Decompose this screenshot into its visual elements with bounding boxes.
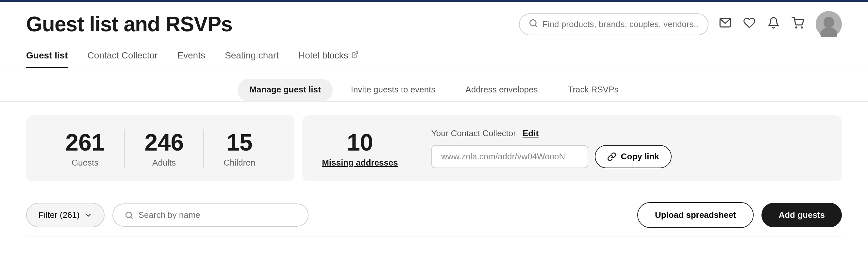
- contact-collector-card: 10 Missing addresses Your Contact Collec…: [302, 115, 842, 181]
- nav-tab-guest-list[interactable]: Guest list: [26, 44, 68, 68]
- heart-icon[interactable]: [743, 17, 755, 32]
- header-right: [519, 11, 842, 37]
- nav-tab-seating-chart[interactable]: Seating chart: [225, 44, 279, 68]
- upload-spreadsheet-button[interactable]: Upload spreadsheet: [637, 202, 754, 228]
- stat-children: 15 Children: [203, 129, 275, 168]
- bell-icon[interactable]: [767, 17, 780, 32]
- search-name-bar[interactable]: [113, 203, 309, 227]
- guest-stats-card: 261 Guests 246 Adults 15 Children: [26, 115, 294, 181]
- search-name-icon: [125, 211, 133, 220]
- global-search-bar[interactable]: [519, 13, 709, 35]
- contact-collector-header: Your Contact Collector Edit: [431, 128, 822, 138]
- bottom-divider: [26, 236, 842, 236]
- header-icons: [719, 11, 842, 37]
- svg-point-4: [801, 27, 802, 28]
- svg-line-10: [131, 217, 132, 218]
- cart-icon[interactable]: [792, 17, 804, 32]
- page-title: Guest list and RSVPs: [26, 12, 232, 36]
- filter-button[interactable]: Filter (261): [26, 203, 104, 227]
- contact-collector-block: Your Contact Collector Edit Copy link: [431, 128, 822, 168]
- svg-point-3: [796, 27, 797, 28]
- contact-collector-url-row: Copy link: [431, 145, 822, 168]
- svg-line-1: [535, 25, 537, 27]
- svg-point-6: [824, 17, 834, 28]
- sub-tab-invite-guests[interactable]: Invite guests to events: [339, 79, 447, 102]
- sub-tabs: Manage guest list Invite guests to event…: [0, 68, 868, 102]
- contact-collector-url-input[interactable]: [431, 145, 588, 168]
- nav-tab-contact-collector[interactable]: Contact Collector: [88, 44, 158, 68]
- stats-section: 261 Guests 246 Adults 15 Children 10 Mis…: [0, 102, 868, 194]
- sub-tab-manage-guest-list[interactable]: Manage guest list: [238, 79, 332, 102]
- sub-tab-track-rsvps[interactable]: Track RSVPs: [556, 79, 630, 102]
- nav-tab-hotel-blocks[interactable]: Hotel blocks: [299, 44, 359, 68]
- action-bar-left: Filter (261): [26, 203, 309, 227]
- chevron-down-icon: [84, 211, 92, 219]
- sub-tab-address-envelopes[interactable]: Address envelopes: [454, 79, 549, 102]
- stat-guests: 261 Guests: [46, 129, 124, 168]
- global-search-input[interactable]: [542, 19, 699, 29]
- action-bar-right: Upload spreadsheet Add guests: [637, 202, 842, 228]
- avatar[interactable]: [816, 11, 842, 37]
- mail-icon[interactable]: [719, 17, 732, 32]
- missing-addresses-block: 10 Missing addresses: [322, 129, 418, 168]
- search-name-input[interactable]: [138, 210, 296, 220]
- header: Guest list and RSVPs: [0, 2, 868, 44]
- add-guests-button[interactable]: Add guests: [762, 203, 842, 227]
- svg-line-8: [354, 52, 358, 55]
- edit-link[interactable]: Edit: [523, 128, 538, 138]
- search-icon: [529, 19, 538, 30]
- nav-tab-events[interactable]: Events: [177, 44, 205, 68]
- nav-tabs: Guest list Contact Collector Events Seat…: [0, 44, 868, 68]
- missing-addresses-link[interactable]: Missing addresses: [322, 158, 398, 168]
- action-bar: Filter (261) Upload spreadsheet Add gues…: [0, 194, 868, 236]
- stat-adults: 246 Adults: [124, 129, 203, 168]
- external-link-icon: [351, 51, 359, 60]
- copy-link-button[interactable]: Copy link: [595, 145, 672, 168]
